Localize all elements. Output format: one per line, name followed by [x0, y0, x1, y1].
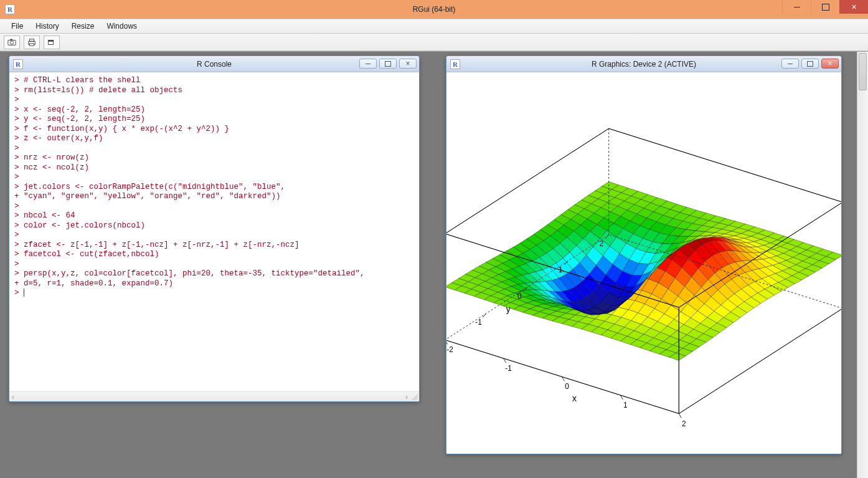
graphics-canvas: -0.4-0.20.00.20.4z-2-1012x-2-1012y — [446, 72, 841, 454]
toolbar — [0, 34, 868, 51]
menu-resize[interactable]: Resize — [65, 21, 101, 32]
camera-icon[interactable] — [4, 36, 20, 49]
console-window: R R Console > # CTRL-L clears the shell … — [9, 55, 420, 402]
svg-line-623 — [679, 414, 681, 418]
menubar: File History Resize Windows — [0, 19, 868, 34]
graphics-titlebar[interactable]: R R Graphics: Device 2 (ACTIVE) — [446, 56, 841, 72]
main-titlebar[interactable]: R RGui (64-bit) — [0, 0, 868, 19]
close-button[interactable] — [839, 0, 868, 14]
svg-text:-1: -1 — [475, 318, 482, 327]
console-titlebar[interactable]: R R Console — [9, 56, 419, 72]
graphics-maximize-button[interactable] — [801, 59, 819, 69]
menu-windows[interactable]: Windows — [100, 21, 143, 32]
mdi-client-area: R R Console > # CTRL-L clears the shell … — [0, 51, 868, 478]
scrollbar-thumb[interactable] — [859, 53, 867, 90]
menu-file[interactable]: File — [5, 21, 29, 32]
svg-text:-1: -1 — [505, 364, 512, 373]
svg-text:x: x — [572, 393, 577, 403]
console-minimize-button[interactable] — [359, 59, 377, 69]
main-window-buttons — [782, 0, 868, 14]
mdi-vertical-scrollbar[interactable] — [857, 52, 868, 478]
printer-icon[interactable] — [24, 36, 40, 49]
svg-line-602 — [609, 128, 841, 202]
svg-text:y: y — [506, 304, 511, 314]
svg-rect-4 — [30, 39, 34, 41]
menu-history[interactable]: History — [29, 21, 65, 32]
windows-icon[interactable] — [44, 36, 60, 49]
console-window-buttons — [359, 59, 417, 69]
svg-text:1: 1 — [623, 401, 628, 409]
graphics-window: R R Graphics: Device 2 (ACTIVE) -0.4-0.2… — [446, 55, 842, 454]
svg-text:1: 1 — [559, 265, 563, 274]
svg-text:2: 2 — [682, 419, 686, 428]
minimize-button[interactable] — [782, 0, 811, 14]
svg-rect-7 — [49, 40, 54, 41]
svg-rect-2 — [10, 39, 12, 40]
console-close-button[interactable] — [399, 59, 417, 69]
console-resize-grip[interactable] — [410, 393, 418, 400]
console-text-area[interactable]: > # CTRL-L clears the shell > rm(list=ls… — [9, 72, 419, 401]
console-maximize-button[interactable] — [379, 59, 397, 69]
console-horizontal-scrollbar[interactable] — [9, 391, 419, 401]
svg-text:0: 0 — [565, 382, 569, 391]
graphics-minimize-button[interactable] — [781, 59, 799, 69]
graphics-close-button[interactable] — [821, 59, 839, 69]
main-window-title: RGui (64-bit) — [0, 5, 868, 14]
svg-point-1 — [10, 41, 13, 44]
maximize-button[interactable] — [811, 0, 839, 14]
svg-text:2: 2 — [599, 239, 603, 248]
svg-text:0: 0 — [517, 292, 522, 300]
console-window-title: R Console — [9, 60, 419, 69]
graphics-window-buttons — [781, 59, 839, 69]
persp-plot: -0.4-0.20.00.20.4z-2-1012x-2-1012y — [446, 72, 841, 454]
main-window: R RGui (64-bit) File History Resize Wind… — [0, 0, 868, 478]
svg-rect-5 — [30, 43, 34, 45]
svg-text:-2: -2 — [446, 345, 453, 354]
svg-line-596 — [446, 340, 679, 413]
